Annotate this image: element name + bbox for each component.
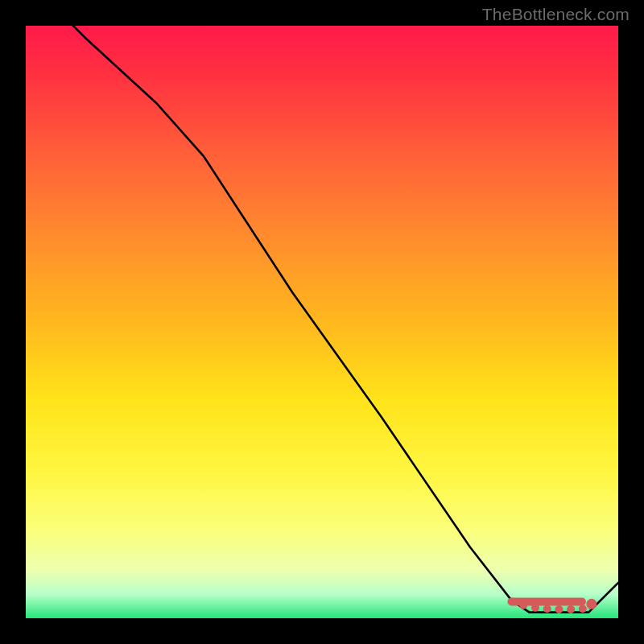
marker-dot	[579, 605, 587, 613]
marker-dot	[586, 599, 597, 609]
marker-dot	[519, 601, 527, 609]
curve-line	[26, 26, 618, 613]
marker-dot	[543, 605, 551, 613]
chart-frame: TheBottleneck.com	[0, 0, 644, 644]
watermark-text: TheBottleneck.com	[482, 5, 630, 24]
marker-group	[508, 597, 597, 613]
marker-dot	[567, 605, 575, 613]
chart-overlay	[26, 26, 618, 618]
plot-area	[26, 26, 618, 618]
marker-dot	[531, 604, 539, 612]
marker-dot	[555, 605, 563, 613]
marker-dot	[508, 597, 516, 605]
